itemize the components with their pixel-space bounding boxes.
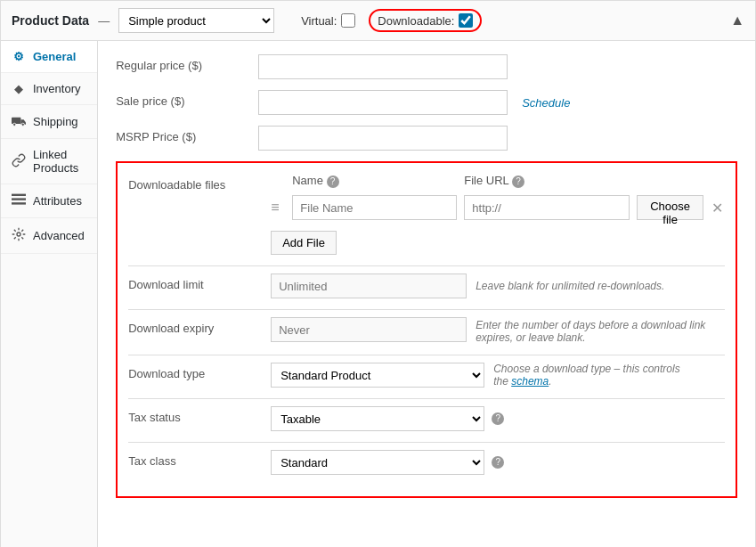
regular-price-field bbox=[258, 54, 737, 79]
tax-status-help-icon: ? bbox=[492, 412, 504, 425]
schedule-link[interactable]: Schedule bbox=[522, 96, 570, 110]
sale-price-field: Schedule bbox=[258, 90, 737, 115]
schema-link[interactable]: schema bbox=[511, 375, 549, 388]
downloadable-files-label: Downloadable files bbox=[128, 174, 271, 192]
shipping-icon bbox=[12, 114, 26, 129]
delete-file-button[interactable]: ✕ bbox=[711, 199, 725, 216]
sidebar-item-general-label: General bbox=[33, 50, 76, 63]
downloadable-checkbox[interactable] bbox=[459, 13, 473, 28]
download-type-label: Download type bbox=[128, 363, 271, 380]
tax-class-field: Standard Reduced rate Zero rate ? bbox=[271, 450, 725, 475]
svg-rect-4 bbox=[12, 198, 26, 200]
choose-file-button[interactable]: Choose file bbox=[637, 195, 703, 220]
downloadable-files-content: Name ? File URL ? ≡ bbox=[271, 174, 725, 255]
download-limit-input[interactable] bbox=[271, 274, 467, 298]
content-area: Regular price ($) Sale price ($) Schedul… bbox=[98, 41, 755, 547]
sidebar-item-shipping[interactable]: Shipping bbox=[1, 105, 97, 139]
download-expiry-hint: Enter the number of days before a downlo… bbox=[476, 319, 725, 344]
msrp-price-field bbox=[258, 126, 737, 151]
sidebar: ⚙ General ◆ Inventory Shipping Linked Pr… bbox=[1, 41, 98, 547]
collapse-button[interactable]: ▲ bbox=[730, 12, 744, 29]
svg-rect-3 bbox=[12, 194, 26, 196]
file-row: ≡ Choose file ✕ bbox=[271, 195, 725, 220]
sale-price-row: Sale price ($) Schedule bbox=[116, 90, 737, 115]
file-url-input[interactable] bbox=[464, 195, 630, 220]
downloadable-label: Downloadable: bbox=[378, 14, 454, 28]
tax-status-label: Tax status bbox=[128, 406, 271, 424]
download-limit-field: Leave blank for unlimited re-downloads. bbox=[271, 274, 725, 298]
virtual-checkbox-label[interactable]: Virtual: bbox=[301, 13, 355, 28]
download-type-hint: Choose a download type – this controls t… bbox=[493, 363, 689, 388]
general-icon: ⚙ bbox=[12, 50, 26, 63]
msrp-price-input[interactable] bbox=[258, 126, 508, 151]
files-column-headers: Name ? File URL ? bbox=[271, 174, 725, 188]
header-separator: — bbox=[98, 14, 110, 28]
downloadable-files-row: Downloadable files Name ? File URL ? bbox=[128, 174, 725, 255]
sidebar-item-general[interactable]: ⚙ General bbox=[1, 41, 97, 73]
drag-handle-icon[interactable]: ≡ bbox=[271, 200, 285, 216]
files-name-col-header: Name ? bbox=[292, 174, 457, 188]
sidebar-item-advanced-label: Advanced bbox=[33, 229, 85, 242]
sidebar-item-inventory[interactable]: ◆ Inventory bbox=[1, 73, 97, 105]
sidebar-item-linked-products-label: Linked Products bbox=[33, 148, 86, 175]
name-help-icon: ? bbox=[327, 176, 339, 188]
regular-price-row: Regular price ($) bbox=[116, 54, 737, 79]
divider5 bbox=[128, 442, 725, 443]
svg-rect-0 bbox=[12, 118, 20, 124]
svg-point-2 bbox=[21, 123, 24, 126]
divider bbox=[128, 265, 725, 266]
downloadable-option: Downloadable: bbox=[369, 9, 482, 32]
regular-price-label: Regular price ($) bbox=[116, 54, 258, 72]
svg-rect-5 bbox=[12, 202, 26, 204]
download-type-select[interactable]: Standard Product Application/Software Mu… bbox=[271, 363, 484, 388]
sidebar-item-attributes-label: Attributes bbox=[33, 194, 82, 208]
divider4 bbox=[128, 398, 725, 399]
add-file-button[interactable]: Add File bbox=[271, 231, 337, 255]
divider2 bbox=[128, 309, 725, 310]
tax-status-select[interactable]: Taxable Shipping only None bbox=[271, 406, 484, 431]
tax-class-select[interactable]: Standard Reduced rate Zero rate bbox=[271, 450, 484, 475]
attributes-icon bbox=[12, 193, 26, 208]
msrp-price-row: MSRP Price ($) bbox=[116, 126, 737, 151]
sale-price-label: Sale price ($) bbox=[116, 90, 258, 108]
sidebar-item-linked-products[interactable]: Linked Products bbox=[1, 139, 97, 184]
tax-status-row: Tax status Taxable Shipping only None ? bbox=[128, 406, 725, 431]
sidebar-item-shipping-label: Shipping bbox=[33, 115, 78, 128]
sale-price-input[interactable] bbox=[258, 90, 508, 115]
tax-class-label: Tax class bbox=[128, 450, 271, 468]
product-data-header: Product Data — Simple product Grouped pr… bbox=[1, 1, 755, 41]
inventory-icon: ◆ bbox=[12, 82, 26, 95]
download-type-field: Standard Product Application/Software Mu… bbox=[271, 363, 725, 388]
download-expiry-field: Enter the number of days before a downlo… bbox=[271, 317, 725, 344]
download-expiry-row: Download expiry Enter the number of days… bbox=[128, 317, 725, 344]
tax-class-help-icon: ? bbox=[492, 456, 504, 469]
main-layout: ⚙ General ◆ Inventory Shipping Linked Pr… bbox=[1, 41, 755, 547]
svg-point-6 bbox=[17, 233, 20, 236]
tax-status-field: Taxable Shipping only None ? bbox=[271, 406, 725, 431]
download-type-row: Download type Standard Product Applicati… bbox=[128, 363, 725, 388]
regular-price-input[interactable] bbox=[258, 54, 508, 79]
download-limit-row: Download limit Leave blank for unlimited… bbox=[128, 274, 725, 298]
downloadable-files-section: Downloadable files Name ? File URL ? bbox=[116, 161, 737, 498]
download-expiry-input[interactable] bbox=[271, 317, 467, 342]
virtual-checkbox[interactable] bbox=[341, 13, 355, 28]
files-url-col-header: File URL ? bbox=[464, 174, 725, 188]
sidebar-item-attributes[interactable]: Attributes bbox=[1, 184, 97, 218]
virtual-label: Virtual: bbox=[301, 14, 337, 28]
tax-class-row: Tax class Standard Reduced rate Zero rat… bbox=[128, 450, 725, 475]
divider3 bbox=[128, 355, 725, 355]
download-limit-hint: Leave blank for unlimited re-downloads. bbox=[476, 280, 725, 292]
svg-point-1 bbox=[13, 123, 16, 126]
download-limit-label: Download limit bbox=[128, 274, 271, 291]
sidebar-item-inventory-label: Inventory bbox=[33, 82, 80, 95]
linked-products-icon bbox=[12, 153, 26, 170]
url-help-icon: ? bbox=[512, 176, 524, 188]
product-data-title: Product Data bbox=[12, 13, 89, 28]
product-data-panel: Product Data — Simple product Grouped pr… bbox=[0, 0, 756, 547]
download-expiry-label: Download expiry bbox=[128, 317, 271, 335]
advanced-icon bbox=[12, 227, 26, 244]
file-name-input[interactable] bbox=[292, 195, 457, 220]
sidebar-item-advanced[interactable]: Advanced bbox=[1, 218, 97, 254]
header-options: Virtual: Downloadable: bbox=[301, 9, 482, 32]
product-type-select[interactable]: Simple product Grouped product External/… bbox=[118, 8, 274, 33]
